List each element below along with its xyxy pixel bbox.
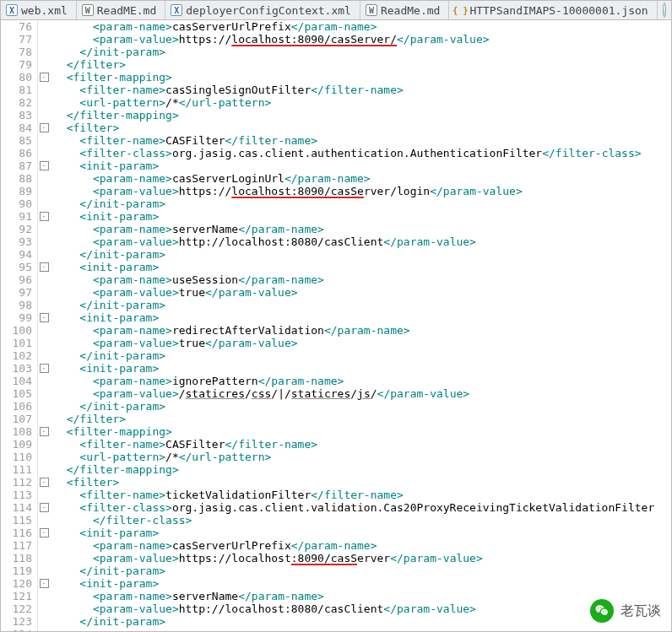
- fold-marker[interactable]: -: [38, 425, 50, 438]
- tab-4[interactable]: { }HTTPSandIMAPS-10000001.json: [449, 1, 657, 19]
- line-number: 81: [1, 84, 32, 96]
- collapse-icon[interactable]: -: [40, 427, 49, 436]
- code-line[interactable]: <url-pattern>/*</url-pattern>: [53, 96, 671, 109]
- code-line[interactable]: </filter-mapping>: [53, 109, 671, 122]
- line-number: 89: [1, 185, 32, 197]
- code-line[interactable]: <init-param>: [53, 159, 671, 172]
- code-line[interactable]: <filter-class>org.jasig.cas.client.valid…: [53, 501, 671, 514]
- fold-marker: [38, 628, 50, 631]
- code-line[interactable]: <init-param>: [53, 210, 671, 223]
- collapse-icon[interactable]: -: [40, 73, 49, 82]
- collapse-icon[interactable]: -: [40, 478, 49, 487]
- fold-marker[interactable]: -: [38, 577, 50, 590]
- code-line[interactable]: <init-param>: [53, 362, 671, 375]
- code-line[interactable]: <param-value>https://localhost:8090/casS…: [53, 33, 671, 46]
- code-line[interactable]: <param-name>useSession</param-name>: [53, 273, 671, 286]
- code-line[interactable]: [53, 628, 671, 631]
- fold-marker[interactable]: -: [38, 261, 50, 273]
- line-number: 101: [1, 337, 32, 349]
- line-number: 85: [1, 134, 32, 147]
- code-line[interactable]: <param-value>http://localhost:8080/casCl…: [53, 235, 671, 248]
- code-line[interactable]: <param-name>casServerUrlPrefix</param-na…: [53, 539, 671, 552]
- collapse-icon[interactable]: -: [40, 123, 49, 132]
- code-line[interactable]: <filter-mapping>: [53, 425, 671, 438]
- code-line[interactable]: <param-name>redirectAfterValidation</par…: [53, 324, 671, 337]
- line-number: 97: [1, 286, 32, 299]
- code-editor[interactable]: 7677787980818283848586878889909192939495…: [1, 20, 671, 631]
- code-line[interactable]: </init-param>: [53, 299, 671, 311]
- line-number: 107: [1, 413, 32, 425]
- code-line[interactable]: <filter>: [53, 476, 671, 489]
- collapse-icon[interactable]: -: [40, 262, 49, 272]
- collapse-icon[interactable]: -: [40, 503, 49, 512]
- collapse-icon[interactable]: -: [40, 364, 49, 373]
- line-number: 98: [1, 299, 32, 311]
- code-line[interactable]: <param-value>https://localhost:8090/casS…: [53, 185, 671, 197]
- tab-0[interactable]: Xweb.xml: [1, 1, 77, 19]
- code-line[interactable]: </init-param>: [53, 349, 671, 362]
- code-line[interactable]: <filter-mapping>: [53, 71, 671, 84]
- code-line[interactable]: <filter>: [53, 122, 671, 134]
- code-line[interactable]: <param-name>casServerLoginUrl</param-nam…: [53, 172, 671, 185]
- fold-marker[interactable]: -: [38, 71, 50, 84]
- fold-marker[interactable]: -: [38, 501, 50, 514]
- code-line[interactable]: <filter-name>CASFilter</filter-name>: [53, 438, 671, 451]
- collapse-icon[interactable]: -: [40, 313, 49, 322]
- fold-marker[interactable]: -: [38, 476, 50, 489]
- tab-3[interactable]: WReadMe.md: [360, 1, 449, 19]
- fold-marker[interactable]: -: [38, 159, 50, 172]
- fold-marker: [38, 286, 50, 299]
- line-number: 109: [1, 438, 32, 451]
- code-line[interactable]: <param-value>http://localhost:8080/casCl…: [53, 602, 671, 615]
- code-line[interactable]: <param-name>serverName</param-name>: [53, 590, 671, 602]
- code-line[interactable]: <filter-name>CASFilter</filter-name>: [53, 134, 671, 147]
- code-line[interactable]: </filter>: [53, 413, 671, 425]
- line-number: 102: [1, 349, 32, 362]
- code-line[interactable]: <param-value>true</param-value>: [53, 286, 671, 299]
- code-line[interactable]: <param-name>serverName</param-name>: [53, 223, 671, 235]
- code-line[interactable]: </filter>: [53, 58, 671, 71]
- code-line[interactable]: <init-param>: [53, 261, 671, 273]
- tab-2[interactable]: XdeployerConfigContext.xml: [165, 1, 360, 19]
- code-area[interactable]: <param-name>casServerUrlPrefix</param-na…: [50, 20, 671, 631]
- code-line[interactable]: </init-param>: [53, 564, 671, 577]
- fold-marker: [38, 273, 50, 286]
- line-number: 96: [1, 273, 32, 286]
- code-line[interactable]: <init-param>: [53, 577, 671, 590]
- fold-marker[interactable]: -: [38, 362, 50, 375]
- code-line[interactable]: <init-param>: [53, 311, 671, 324]
- line-number: 112: [1, 476, 32, 489]
- collapse-icon[interactable]: -: [40, 579, 49, 588]
- code-line[interactable]: <url-pattern>/*</url-pattern>: [53, 451, 671, 463]
- collapse-icon[interactable]: -: [40, 528, 49, 537]
- fold-marker: [38, 33, 50, 46]
- code-line[interactable]: </filter-class>: [53, 514, 671, 527]
- collapse-icon[interactable]: -: [40, 212, 49, 221]
- code-line[interactable]: <param-value>true</param-value>: [53, 337, 671, 349]
- code-line[interactable]: <param-value>https://localhost:8090/casS…: [53, 552, 671, 564]
- code-line[interactable]: <filter-name>casSingleSignOutFilter</fil…: [53, 84, 671, 96]
- tab-1[interactable]: WReadME.md: [77, 1, 165, 19]
- fold-marker[interactable]: -: [38, 122, 50, 134]
- code-line[interactable]: </init-param>: [53, 197, 671, 210]
- fold-marker: [38, 46, 50, 58]
- code-line[interactable]: <param-name>casServerUrlPrefix</param-na…: [53, 20, 671, 33]
- fold-marker[interactable]: -: [38, 210, 50, 223]
- code-line[interactable]: <filter-name>ticketValidationFilter</fil…: [53, 489, 671, 501]
- fold-marker: [38, 324, 50, 337]
- code-line[interactable]: </init-param>: [53, 400, 671, 413]
- code-line[interactable]: <param-value>/staticres/css/|/staticres/…: [53, 387, 671, 400]
- code-line[interactable]: </init-param>: [53, 615, 671, 628]
- fold-marker[interactable]: -: [38, 527, 50, 539]
- code-line[interactable]: </filter-mapping>: [53, 463, 671, 476]
- line-number: 118: [1, 552, 32, 564]
- code-line[interactable]: </init-param>: [53, 46, 671, 58]
- code-line[interactable]: <init-param>: [53, 527, 671, 539]
- code-line[interactable]: </init-param>: [53, 248, 671, 261]
- fold-marker[interactable]: -: [38, 311, 50, 324]
- collapse-icon[interactable]: -: [40, 161, 49, 170]
- globe-icon[interactable]: [663, 3, 666, 18]
- line-number: 82: [1, 96, 32, 109]
- code-line[interactable]: <filter-class>org.jasig.cas.client.authe…: [53, 147, 671, 159]
- code-line[interactable]: <param-name>ignorePattern</param-name>: [53, 375, 671, 387]
